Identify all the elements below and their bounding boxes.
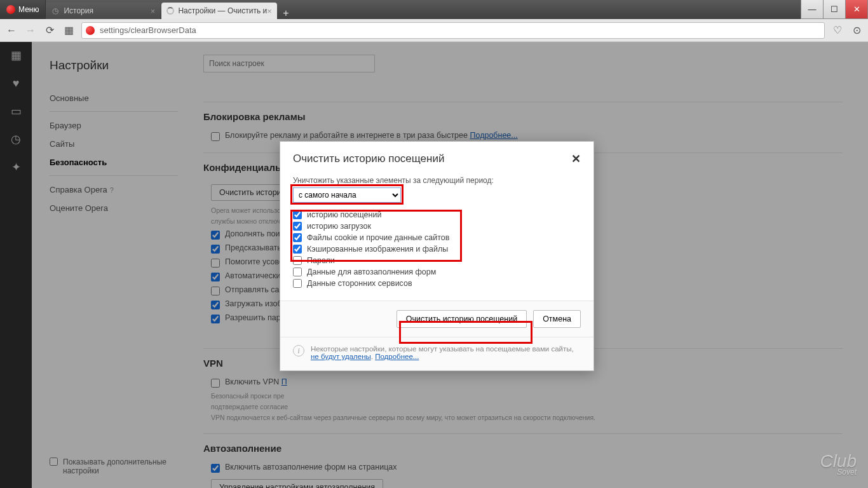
navigation-toolbar: ← → ⟳ ▦ settings/clearBrowserData ♡ ⊙ (0, 19, 868, 42)
heart-icon[interactable]: ♡ (831, 24, 844, 37)
opera-icon (6, 5, 15, 14)
tab-strip: ◷ История × Настройки — Очистить и × + (46, 0, 293, 19)
dialog-item-label: Кэшированные изображения и файлы (307, 245, 448, 254)
window-controls: — ☐ ✕ (801, 0, 868, 19)
dialog-item-checkbox[interactable] (293, 279, 302, 288)
tab-settings[interactable]: Настройки — Очистить и × (161, 3, 276, 19)
extensions-icon[interactable]: ✦ (9, 160, 23, 174)
clock-icon: ◷ (51, 6, 60, 15)
close-icon[interactable]: × (267, 6, 272, 16)
not-deleted-link[interactable]: не будут удалены (311, 353, 371, 360)
activity-bar: ▦ ♥ ▭ ◷ ✦ (0, 42, 32, 488)
dialog-item-checkbox[interactable] (293, 268, 302, 276)
opera-icon (86, 26, 95, 35)
tab-label: Настройки — Очистить и (178, 6, 267, 15)
period-select[interactable]: с самого начала (293, 187, 401, 203)
clear-data-dialog: Очистить историю посещений ✕ Уничтожить … (280, 141, 594, 371)
back-button[interactable]: ← (5, 24, 18, 37)
forward-button[interactable]: → (24, 24, 37, 37)
dialog-footnote: Некоторые настройки, которые могут указы… (311, 345, 581, 360)
menu-label: Меню (18, 5, 39, 14)
tab-label: История (64, 6, 93, 15)
download-icon[interactable]: ⊙ (850, 24, 863, 37)
opera-menu-button[interactable]: Меню (0, 0, 46, 19)
reload-button[interactable]: ⟳ (43, 24, 56, 37)
dialog-close-button[interactable]: ✕ (571, 152, 581, 166)
new-tab-button[interactable]: + (278, 8, 294, 19)
dialog-item-label: Пароли (307, 256, 335, 265)
heart-icon[interactable]: ♥ (9, 76, 23, 90)
dialog-item-label: Файлы cookie и прочие данные сайтов (307, 233, 449, 242)
url-text: settings/clearBrowserData (100, 25, 196, 35)
dialog-item-checkbox[interactable] (293, 256, 302, 265)
dialog-item-checkbox[interactable] (293, 222, 302, 231)
dialog-title: Очистить историю посещений (293, 152, 444, 165)
dialog-item-checkbox[interactable] (293, 245, 302, 254)
titlebar: Меню ◷ История × Настройки — Очистить и … (0, 0, 868, 19)
info-icon: i (293, 345, 304, 356)
dialog-item-checkbox[interactable] (293, 233, 302, 242)
news-icon[interactable]: ▭ (9, 104, 23, 118)
clock-icon[interactable]: ◷ (9, 132, 23, 146)
loading-icon (166, 7, 174, 15)
close-button[interactable]: ✕ (845, 0, 868, 19)
speed-dial-button[interactable]: ▦ (62, 24, 75, 37)
minimize-button[interactable]: — (801, 0, 824, 19)
learn-more-link[interactable]: Подробнее... (375, 353, 419, 360)
apps-icon[interactable]: ▦ (9, 48, 23, 62)
close-icon[interactable]: × (151, 6, 156, 16)
period-label: Уничтожить указанные элементы за следующ… (293, 176, 581, 185)
maximize-button[interactable]: ☐ (823, 0, 846, 19)
dialog-item-label: историю загрузок (307, 222, 371, 231)
address-bar[interactable]: settings/clearBrowserData (81, 22, 825, 39)
cancel-button[interactable]: Отмена (533, 310, 581, 328)
tab-history[interactable]: ◷ История × (46, 3, 160, 19)
dialog-item-label: историю посещений (307, 210, 381, 219)
dialog-item-label: Данные для автозаполнения форм (307, 268, 436, 276)
dialog-item-label: Данные сторонних сервисов (307, 279, 412, 288)
dialog-item-checkbox[interactable] (293, 210, 302, 219)
clear-button[interactable]: Очистить историю посещений (397, 310, 527, 328)
